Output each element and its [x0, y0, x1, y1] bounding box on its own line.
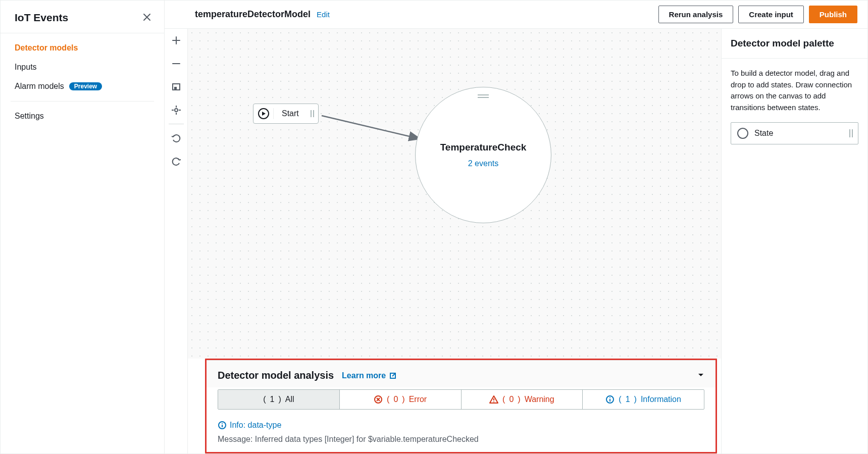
learn-more-link[interactable]: Learn more	[342, 371, 397, 380]
redo-icon[interactable]	[165, 149, 188, 173]
start-node[interactable]: Start	[253, 104, 319, 124]
state-node-temperature-check[interactable]: TemperatureCheck 2 events	[415, 87, 551, 223]
error-icon	[374, 395, 383, 404]
edit-link[interactable]: Edit	[317, 10, 330, 19]
model-name: temperatureDetectorModel	[195, 9, 311, 20]
sidebar-title: IoT Events	[15, 12, 68, 24]
create-input-button[interactable]: Create input	[738, 6, 804, 23]
analysis-filter-row: (1) All (0) Error (0) Warning (1) I	[218, 389, 704, 410]
sidebar-item-alarm-models[interactable]: Alarm models Preview	[1, 77, 164, 96]
zoom-in-icon[interactable]	[165, 29, 188, 52]
fit-screen-icon[interactable]	[165, 75, 188, 98]
external-link-icon	[389, 372, 397, 380]
nav-divider	[11, 101, 154, 102]
svg-point-6	[493, 401, 494, 402]
state-circle-icon	[737, 128, 748, 139]
svg-line-3	[322, 116, 420, 139]
sidebar-item-inputs[interactable]: Inputs	[1, 58, 164, 77]
svg-point-8	[609, 397, 610, 398]
left-sidebar: IoT Events Detector models Inputs Alarm …	[1, 1, 165, 453]
sidebar-item-label: Inputs	[15, 63, 37, 72]
analysis-panel: Detector model analysis Learn more (1) A…	[205, 359, 717, 453]
analysis-title: Detector model analysis	[218, 370, 334, 381]
rerun-analysis-button[interactable]: Rerun analysis	[658, 6, 734, 23]
warning-icon	[489, 395, 498, 404]
sidebar-item-label: Alarm models	[15, 82, 64, 91]
drag-handle-icon[interactable]	[849, 129, 853, 137]
info-icon	[218, 421, 227, 430]
tool-rail	[165, 29, 188, 453]
learn-more-label: Learn more	[342, 371, 386, 380]
filter-information[interactable]: (1) Information	[583, 390, 704, 409]
svg-point-2	[175, 109, 178, 112]
analysis-item-message: Message: Inferred data types [Integer] f…	[218, 435, 704, 444]
palette-state-label: State	[754, 129, 773, 138]
close-icon[interactable]	[143, 13, 152, 22]
svg-rect-1	[174, 87, 177, 89]
drag-handle-icon[interactable]	[478, 94, 489, 98]
analysis-item-title[interactable]: Info: data-type	[230, 421, 281, 430]
sidebar-item-settings[interactable]: Settings	[1, 107, 164, 126]
palette-panel: Detector model palette To build a detect…	[721, 29, 867, 453]
state-events-link[interactable]: 2 events	[468, 159, 498, 168]
zoom-out-icon[interactable]	[165, 52, 188, 75]
filter-all[interactable]: (1) All	[218, 390, 340, 409]
sidebar-item-label: Detector models	[15, 43, 78, 53]
tool-divider	[169, 124, 184, 124]
filter-error[interactable]: (0) Error	[340, 390, 462, 409]
info-icon	[605, 395, 615, 404]
palette-description: To build a detector model, drag and drop…	[731, 68, 858, 113]
play-icon	[253, 108, 274, 119]
state-name: TemperatureCheck	[440, 142, 527, 153]
undo-icon[interactable]	[165, 126, 188, 149]
sidebar-item-label: Settings	[15, 112, 44, 121]
sidebar-item-detector-models[interactable]: Detector models	[1, 38, 164, 58]
filter-warning[interactable]: (0) Warning	[462, 390, 583, 409]
topbar: temperatureDetectorModel Edit Rerun anal…	[165, 1, 867, 29]
collapse-icon[interactable]	[697, 371, 704, 378]
svg-point-11	[222, 423, 223, 424]
canvas[interactable]: Start TemperatureCheck 2 events	[188, 29, 721, 359]
palette-state-item[interactable]: State	[731, 122, 858, 144]
drag-handle-icon[interactable]	[311, 110, 314, 117]
palette-title: Detector model palette	[722, 29, 867, 59]
publish-button[interactable]: Publish	[809, 6, 857, 23]
preview-badge: Preview	[69, 82, 102, 90]
center-icon[interactable]	[165, 98, 188, 122]
